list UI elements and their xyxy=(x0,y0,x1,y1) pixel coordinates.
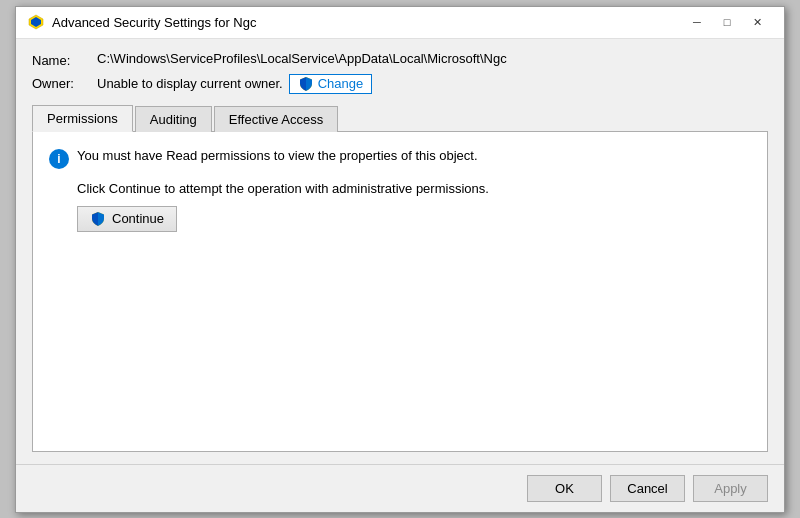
title-bar-controls: ─ □ ✕ xyxy=(682,10,772,34)
uac-shield-icon xyxy=(298,76,314,92)
change-button[interactable]: Change xyxy=(289,74,373,94)
name-row: Name: C:\Windows\ServiceProfiles\LocalSe… xyxy=(32,51,768,68)
window-icon xyxy=(28,14,44,30)
title-bar-left: Advanced Security Settings for Ngc xyxy=(28,14,257,30)
info-icon: i xyxy=(49,149,69,169)
change-label: Change xyxy=(318,76,364,91)
owner-value-area: Unable to display current owner. Change xyxy=(97,74,372,94)
minimize-button[interactable]: ─ xyxy=(682,10,712,34)
owner-value: Unable to display current owner. xyxy=(97,76,283,91)
continue-instruction: Click Continue to attempt the operation … xyxy=(77,181,751,196)
owner-row: Owner: Unable to display current owner. … xyxy=(32,74,768,94)
continue-button[interactable]: Continue xyxy=(77,206,177,232)
ok-button[interactable]: OK xyxy=(527,475,602,502)
content-area: Name: C:\Windows\ServiceProfiles\LocalSe… xyxy=(16,39,784,464)
title-bar: Advanced Security Settings for Ngc ─ □ ✕ xyxy=(16,7,784,39)
tab-auditing[interactable]: Auditing xyxy=(135,106,212,132)
info-box: i You must have Read permissions to view… xyxy=(49,148,751,169)
cancel-button[interactable]: Cancel xyxy=(610,475,685,502)
owner-label: Owner: xyxy=(32,74,97,91)
tab-effective-access[interactable]: Effective Access xyxy=(214,106,338,132)
name-label: Name: xyxy=(32,51,97,68)
window-title: Advanced Security Settings for Ngc xyxy=(52,15,257,30)
apply-button[interactable]: Apply xyxy=(693,475,768,502)
close-button[interactable]: ✕ xyxy=(742,10,772,34)
tabs-container: Permissions Auditing Effective Access xyxy=(32,104,768,132)
tab-content-permissions: i You must have Read permissions to view… xyxy=(32,132,768,452)
info-message: You must have Read permissions to view t… xyxy=(77,148,478,163)
continue-button-label: Continue xyxy=(112,211,164,226)
main-window: Advanced Security Settings for Ngc ─ □ ✕… xyxy=(15,6,785,513)
continue-shield-icon xyxy=(90,211,106,227)
bottom-bar: OK Cancel Apply xyxy=(16,464,784,512)
restore-button[interactable]: □ xyxy=(712,10,742,34)
name-value: C:\Windows\ServiceProfiles\LocalService\… xyxy=(97,51,768,66)
tab-permissions[interactable]: Permissions xyxy=(32,105,133,132)
